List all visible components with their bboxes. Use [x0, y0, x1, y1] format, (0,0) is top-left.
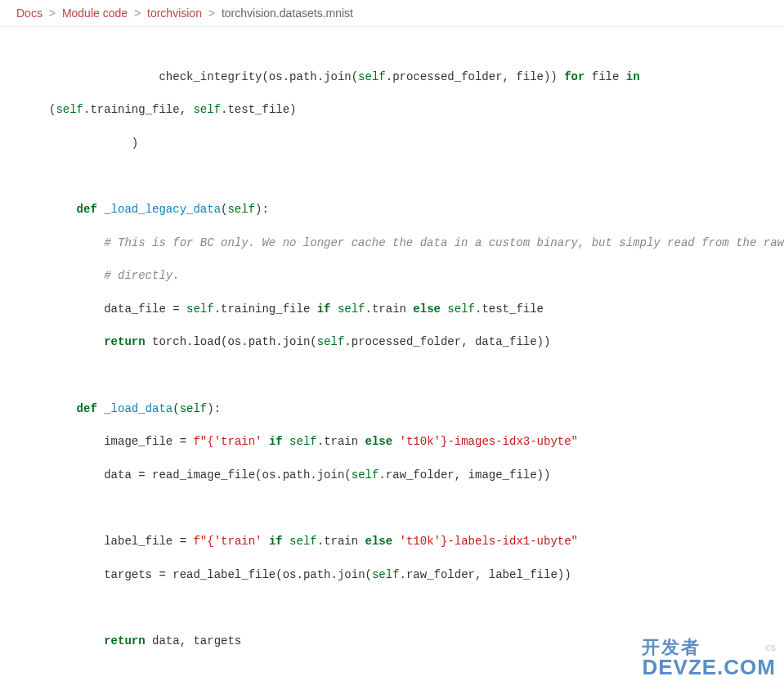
breadcrumb-link-module[interactable]: Module code [62, 7, 128, 20]
code-line [49, 168, 759, 184]
breadcrumb-current: torchvision.datasets.mnist [222, 7, 353, 20]
code-line: label_file = f"{'train' if self.train el… [49, 533, 759, 549]
code-line: data = read_image_file(os.path.join(self… [49, 467, 759, 483]
breadcrumb: Docs > Module code > torchvision > torch… [0, 0, 784, 27]
code-line: return torch.load(os.path.join(self.proc… [49, 334, 759, 350]
breadcrumb-link-docs[interactable]: Docs [16, 7, 43, 20]
code-line [49, 500, 759, 516]
code-line: return data, targets [49, 633, 759, 649]
breadcrumb-sep: > [46, 7, 59, 20]
code-line: image_file = f"{'train' if self.train el… [49, 433, 759, 450]
code-line: targets = read_label_file(os.path.join(s… [49, 567, 759, 583]
code-line [49, 367, 759, 383]
code-line [49, 665, 759, 682]
source-code-block: check_integrity(os.path.join(self.proces… [0, 27, 784, 690]
code-line: check_integrity(os.path.join(self.proces… [49, 69, 759, 85]
code-line [49, 599, 759, 616]
code-line: data_file = self.training_file if self.t… [49, 301, 759, 317]
code-line: (self.training_file, self.test_file) [49, 101, 759, 118]
code-line: # directly. [49, 267, 759, 284]
code-line: def _load_legacy_data(self): [49, 201, 759, 217]
code-line: def _load_data(self): [49, 401, 759, 417]
code-line: # This is for BC only. We no longer cach… [49, 235, 759, 251]
code-line: ) [49, 135, 759, 151]
breadcrumb-sep: > [131, 7, 144, 20]
breadcrumb-sep: > [205, 7, 218, 20]
breadcrumb-link-torchvision[interactable]: torchvision [147, 7, 202, 20]
